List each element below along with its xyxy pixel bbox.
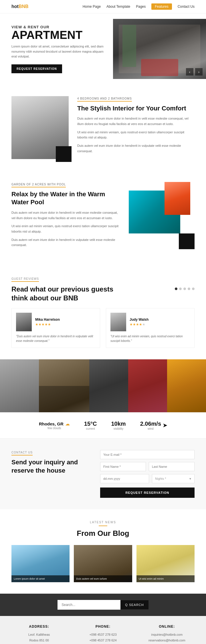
interior-image <box>11 96 69 159</box>
footer-address-line2: Rodos 851 00 <box>11 638 67 643</box>
weather-city: Rhodes, GR <box>39 421 64 426</box>
review-card-2: Judy Walsh ★★★★★ "Ut wisi enim ad minim … <box>106 308 195 348</box>
blog-divider <box>99 526 107 526</box>
nav-about[interactable]: About Template <box>106 5 130 9</box>
contact-title: Send your inquiry and reserve the house <box>11 458 89 475</box>
footer-online: Online: inquiries@hotbnb.com reservation… <box>139 625 195 644</box>
footer-search-bar: Q SEARCH <box>0 594 206 616</box>
carousel-next[interactable]: › <box>195 68 203 76</box>
footer-main: Address: Leof. Kallitheas Rodos 851 00 G… <box>0 616 206 644</box>
last-name-field[interactable] <box>149 462 195 471</box>
review-text-1: "Duis autem vel eum iriure dolor in hend… <box>16 334 96 343</box>
hero-cta-button[interactable]: REQUEST RESERVATION <box>11 64 62 73</box>
reviewer-avatar-2 <box>110 313 126 331</box>
weather-wind-value: 2.06m/s <box>140 421 161 427</box>
reviews-label: Guest Reviews <box>11 277 39 282</box>
blog-caption-3: Ut wisi enim ad minim <box>136 575 195 582</box>
nav-features[interactable]: Features <box>151 3 172 10</box>
nav-pages[interactable]: Pages <box>136 5 146 9</box>
weather-visibility: 10km visibility <box>111 421 126 430</box>
reviewer-avatar-1 <box>16 313 32 331</box>
dot-5[interactable] <box>192 288 195 290</box>
pool-label: Garden of 2 acres with pool <box>11 183 66 187</box>
weather-temperature: 15°C current <box>84 421 97 430</box>
interior-para-1: Duis autem vel eum iriure dolor in hendr… <box>77 116 195 126</box>
hero-title: APARTMENT <box>11 29 104 41</box>
blog-caption-2: Duis autem vel eum iurlure <box>74 575 132 582</box>
dot-1[interactable] <box>175 288 177 290</box>
gallery-item-4[interactable] <box>128 359 167 412</box>
hero-description: Lorem ipsum dolor sit amet, consectetuer… <box>11 44 104 59</box>
reviewer-name-1: Mika Harrelson <box>35 318 60 322</box>
pool-title: Relax by the Water in the Warm Water Poo… <box>11 190 120 207</box>
footer-phone: Phone: +098 4537 278 623 +098 4537 278 6… <box>75 625 130 644</box>
pool-content: Garden of 2 acres with pool Relax by the… <box>11 182 120 248</box>
contact-section: Contact Us Send your inquiry and reserve… <box>0 439 206 509</box>
pool-section: Garden of 2 acres with pool Relax by the… <box>0 171 206 265</box>
contact-left: Contact Us Send your inquiry and reserve… <box>11 450 89 498</box>
pool-para-1: Duis autem vel eum iriure dolor in hendr… <box>11 210 120 221</box>
weather-location: Rhodes, GR ☁ few clouds <box>39 421 70 430</box>
reviews-dots <box>175 288 195 290</box>
blog-card-1[interactable]: Lorem ipsum dolor sit amet <box>11 545 70 582</box>
review-text-2: "Ut wisi enim ad minim veniam, quis nost… <box>110 334 190 343</box>
logo: hotBNB <box>11 4 29 9</box>
footer-address-line1: Leof. Kallitheas <box>11 632 67 638</box>
reviewer-stars-2: ★★★★★ <box>130 322 148 326</box>
nav-home[interactable]: Home Page <box>83 5 101 9</box>
interior-para-3: Duis autem vel eum iriure dolor in hendr… <box>77 143 195 154</box>
footer-phone-2: +098 4537 278 624 <box>75 638 130 643</box>
contact-label: Contact Us <box>11 451 33 455</box>
footer-address: Address: Leof. Kallitheas Rodos 851 00 G… <box>11 625 67 644</box>
footer-search-button[interactable]: Q SEARCH <box>120 600 148 609</box>
nights-select[interactable]: Nights * 12345 67 <box>152 474 195 483</box>
gallery-item-5[interactable] <box>167 359 206 412</box>
dot-2[interactable] <box>179 288 182 290</box>
weather-temp-label: current <box>84 427 97 430</box>
carousel-prev[interactable]: ‹ <box>186 68 193 76</box>
first-name-field[interactable] <box>100 462 146 471</box>
hero-left: View & rent our APARTMENT Lorem ipsum do… <box>0 13 113 85</box>
hero-section: View & rent our APARTMENT Lorem ipsum do… <box>0 13 206 85</box>
wind-arrow-icon: ➤ <box>163 422 167 429</box>
navbar: hotBNB Home Page About Template Pages Fe… <box>0 0 206 13</box>
review-card-1: Mika Harrelson ★★★★★ "Duis autem vel eum… <box>11 308 100 348</box>
weather-wind: 2.06m/s wind ➤ <box>140 421 167 430</box>
weather-vis-value: 10km <box>111 421 126 427</box>
weather-section: Rhodes, GR ☁ few clouds 15°C current 10k… <box>0 412 206 439</box>
footer-phone-label: Phone: <box>75 625 130 629</box>
weather-vis-label: visibility <box>111 427 126 430</box>
footer-phone-1: +098 4537 278 623 <box>75 632 130 638</box>
interior-section: 4 bedrooms and 2 bathrooms The Stylish I… <box>0 85 206 171</box>
pool-para-3: Duis autem vel eum iriure dolor in hendr… <box>11 237 120 248</box>
carousel-arrows: ‹ › <box>186 68 203 76</box>
footer-search-input[interactable] <box>58 600 120 610</box>
reviews-grid: Mika Harrelson ★★★★★ "Duis autem vel eum… <box>11 308 195 348</box>
blog-grid: Lorem ipsum dolor sit amet Duis autem ve… <box>11 545 195 582</box>
contact-form: Nights * 12345 67 ▼ REQUEST RESERVATION <box>100 450 195 498</box>
interior-para-2: Ut wisi enim ad minim veniam, quis nostr… <box>77 130 195 140</box>
blog-card-3[interactable]: Ut wisi enim ad minim <box>136 545 195 582</box>
nav-contact[interactable]: Contact Us <box>178 5 195 9</box>
blog-card-2[interactable]: Duis autem vel eum iurlure <box>74 545 132 582</box>
gallery-section <box>0 359 206 412</box>
dot-4[interactable] <box>188 288 190 290</box>
date-field[interactable] <box>100 474 149 483</box>
footer-email-2[interactable]: reservations@hotbnb.com <box>139 638 195 643</box>
weather-temp-value: 15°C <box>84 421 97 427</box>
footer-email-1[interactable]: inquiries@hotbnb.com <box>139 632 195 638</box>
email-field[interactable] <box>100 450 195 459</box>
contact-submit-button[interactable]: REQUEST RESERVATION <box>100 488 195 498</box>
blog-section-label: Latest News <box>11 521 195 524</box>
gallery-item-3[interactable] <box>89 359 128 412</box>
reviews-title: Read what our previous guests think abou… <box>11 285 121 302</box>
dot-3[interactable] <box>183 288 186 290</box>
pool-images <box>129 182 195 253</box>
reviews-section: Guest Reviews Read what our previous gue… <box>0 265 206 359</box>
nav-links: Home Page About Template Pages Features … <box>83 3 195 10</box>
hero-right: ‹ › <box>113 19 206 79</box>
reviewer-name-2: Judy Walsh <box>130 318 148 322</box>
gallery-item-1[interactable] <box>0 359 39 412</box>
blog-title: From Our Blog <box>11 529 195 538</box>
gallery-item-2[interactable] <box>39 359 90 412</box>
